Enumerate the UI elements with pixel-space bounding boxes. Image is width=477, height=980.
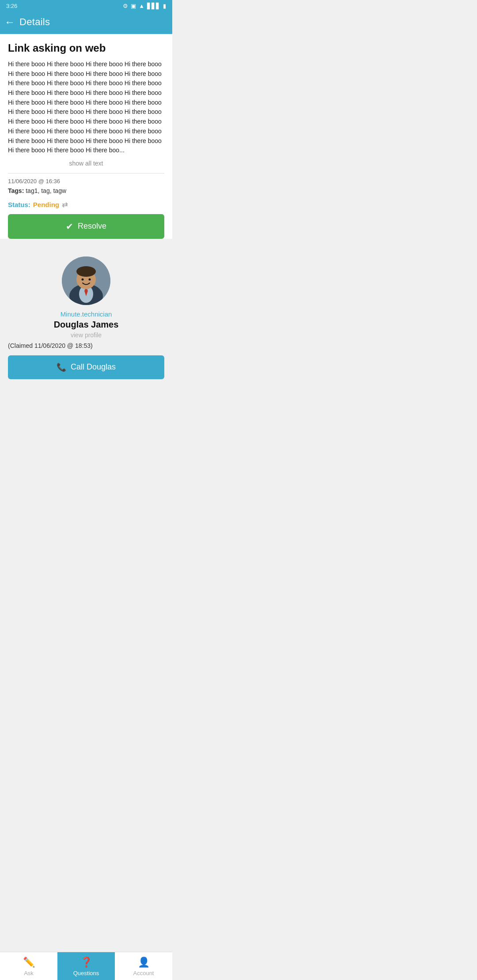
claimed-text: (Claimed 11/06/2020 @ 18:53): [8, 342, 93, 349]
view-profile-link[interactable]: view profile: [71, 332, 102, 339]
call-button[interactable]: 📞 Call Douglas: [8, 355, 164, 379]
tags-row: Tags: tag1, tag, tagw: [8, 187, 164, 194]
resolve-button[interactable]: ✔ Resolve: [8, 214, 164, 239]
toolbar: ← Details: [0, 12, 172, 34]
call-label: Call Douglas: [71, 362, 116, 372]
svg-point-6: [82, 278, 84, 280]
status-bar-left: 3:26: [6, 3, 17, 9]
phone-icon: 📞: [57, 362, 66, 372]
sim-icon: ▣: [131, 3, 136, 9]
post-body: Hi there booo Hi there booo Hi there boo…: [8, 60, 164, 155]
content-area: Link asking on web Hi there booo Hi ther…: [0, 34, 172, 239]
profile-section: Minute.technician Douglas James view pro…: [0, 248, 172, 386]
status-bar-right: ⚙ ▣ ▲ ▋▋▋ ▮: [123, 3, 166, 9]
status-value: Pending: [33, 201, 59, 208]
post-date: 11/06/2020 @ 16:36: [8, 178, 164, 185]
battery-icon: ▮: [163, 3, 166, 9]
tags-label: Tags:: [8, 187, 24, 194]
svg-point-5: [76, 266, 96, 277]
technician-brand: Minute.technician: [61, 310, 112, 318]
divider: [8, 173, 164, 173]
avatar: [62, 256, 110, 305]
technician-name: Douglas James: [54, 320, 119, 330]
gear-icon: ⚙: [123, 3, 128, 9]
back-button[interactable]: ←: [4, 17, 15, 27]
avatar-image: [62, 256, 110, 305]
resolve-label: Resolve: [78, 222, 106, 231]
pending-icon: ⇄: [62, 200, 68, 209]
status-time: 3:26: [6, 3, 17, 9]
page-title: Details: [19, 16, 50, 28]
post-title: Link asking on web: [8, 42, 164, 54]
wifi-icon: ▲: [139, 3, 144, 9]
tags-values: tag1, tag, tagw: [26, 187, 66, 194]
status-row: Status: Pending ⇄: [8, 200, 164, 209]
status-bar: 3:26 ⚙ ▣ ▲ ▋▋▋ ▮: [0, 0, 172, 12]
status-label: Status:: [8, 201, 30, 208]
show-all-link[interactable]: show all text: [8, 160, 164, 167]
signal-icon: ▋▋▋: [147, 3, 160, 9]
svg-point-7: [89, 278, 91, 280]
check-icon: ✔: [66, 221, 73, 232]
